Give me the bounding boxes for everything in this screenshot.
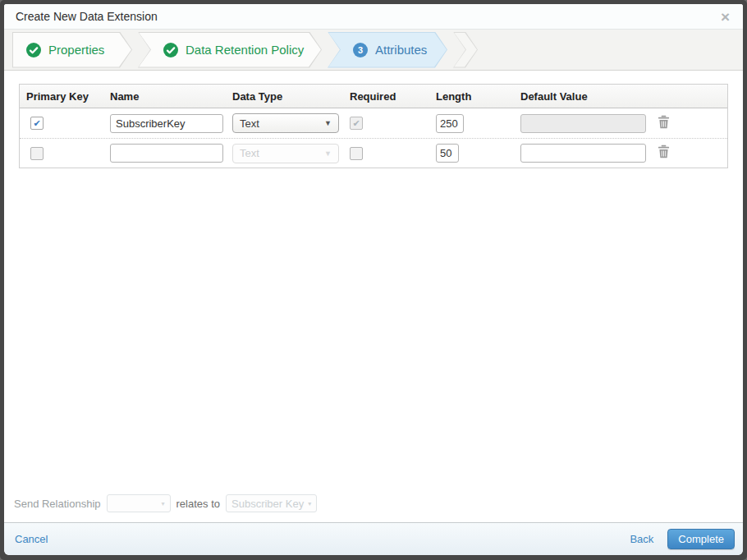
check-circle-icon — [163, 43, 178, 57]
close-icon[interactable]: × — [719, 9, 731, 25]
default-value-input — [520, 114, 646, 133]
primary-key-checkbox[interactable] — [30, 117, 44, 130]
step-label: Attributes — [375, 43, 427, 57]
step-label: Data Retention Policy — [186, 43, 304, 57]
relates-to-label: relates to — [176, 498, 220, 510]
step-label: Properties — [48, 43, 104, 57]
subscriber-key-select: Subscriber Key ▾ — [226, 494, 317, 512]
create-data-extension-dialog: Create New Data Extension × Properties — [4, 4, 743, 555]
data-type-select[interactable]: Text ▼ — [232, 113, 339, 133]
dialog-content: Primary Key Name Data Type Required Leng… — [4, 71, 743, 522]
complete-button[interactable]: Complete — [667, 529, 735, 549]
col-header-length: Length — [429, 90, 514, 103]
chevron-down-icon: ▾ — [162, 500, 165, 507]
step-properties[interactable]: Properties — [12, 32, 132, 68]
step-attributes[interactable]: 3 Attributes — [328, 32, 447, 68]
required-checkbox[interactable] — [350, 147, 363, 160]
default-value-input[interactable] — [520, 144, 646, 163]
col-header-default-value: Default Value — [514, 90, 648, 103]
chevron-down-icon: ▼ — [324, 149, 332, 158]
length-input[interactable] — [436, 114, 464, 133]
back-link[interactable]: Back — [630, 533, 653, 545]
step-placeholder-chevron — [453, 32, 478, 68]
check-circle-icon — [26, 43, 41, 57]
modal-overlay: Create New Data Extension × Properties — [0, 0, 747, 560]
dialog-title: Create New Data Extension — [16, 10, 158, 23]
col-header-data-type: Data Type — [226, 90, 343, 103]
data-type-select: Text ▼ — [232, 144, 339, 163]
primary-key-checkbox[interactable] — [30, 147, 44, 160]
step-number-badge: 3 — [353, 43, 368, 57]
length-input[interactable] — [436, 144, 459, 163]
attributes-table: Primary Key Name Data Type Required Leng… — [19, 84, 728, 168]
col-header-name: Name — [103, 90, 226, 103]
field-name-input[interactable] — [110, 144, 223, 163]
table-row: Text ▼ — [20, 108, 727, 138]
wizard-step-bar: Properties Data Retention Policy 3 — [4, 30, 743, 71]
table-header-row: Primary Key Name Data Type Required Leng… — [20, 85, 727, 108]
field-name-input[interactable] — [110, 114, 223, 133]
dialog-footer: Cancel Back Complete — [4, 522, 743, 555]
cancel-link[interactable]: Cancel — [15, 533, 48, 545]
chevron-down-icon: ▼ — [324, 119, 332, 127]
dialog-titlebar: Create New Data Extension × — [4, 4, 743, 30]
step-data-retention-policy[interactable]: Data Retention Policy — [138, 32, 322, 68]
col-header-primary-key: Primary Key — [20, 90, 103, 103]
send-relationship-label: Send Relationship — [14, 498, 101, 510]
send-relationship-section: Send Relationship ▾ relates to Subscribe… — [4, 494, 743, 522]
delete-row-trash-icon[interactable] — [658, 145, 670, 162]
delete-row-trash-icon[interactable] — [658, 115, 670, 132]
chevron-down-icon: ▾ — [308, 500, 311, 507]
send-relationship-field-select: ▾ — [107, 494, 171, 512]
table-row: Text ▼ — [20, 138, 727, 168]
required-checkbox — [350, 117, 363, 130]
col-header-required: Required — [343, 90, 429, 103]
